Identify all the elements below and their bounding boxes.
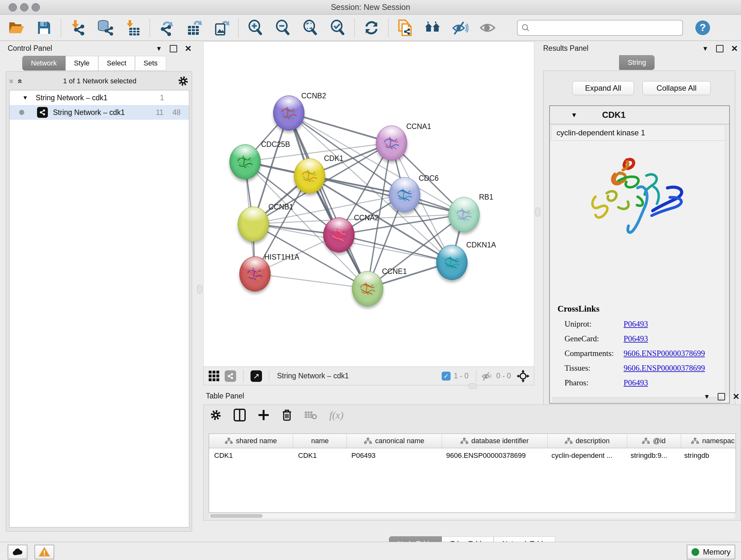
table-cell[interactable]: 9606.ENSP00000378699 — [441, 448, 546, 463]
float-panel-icon[interactable] — [716, 45, 724, 52]
import-table-file-icon[interactable] — [125, 19, 141, 36]
column-header-namespac[interactable]: namespac — [681, 434, 736, 448]
column-header-canonical-name[interactable]: canonical name — [347, 434, 442, 448]
network-node-ccne1[interactable] — [352, 271, 383, 306]
network-node-hist1h1a[interactable] — [239, 256, 271, 292]
tab-string[interactable]: String — [619, 55, 655, 70]
memory-button[interactable]: Memory — [687, 545, 735, 559]
network-node-cdc6[interactable] — [389, 177, 420, 212]
table-cell[interactable]: cyclin-dependent ... — [546, 448, 625, 463]
float-panel-icon[interactable] — [170, 45, 177, 52]
network-node-ccna2[interactable] — [323, 217, 354, 253]
right-splitter-handle[interactable] — [535, 207, 540, 216]
tab-network[interactable]: Network — [22, 56, 65, 71]
table-cell[interactable]: CDK1 — [209, 448, 293, 463]
table-hscrollbar-thumb[interactable] — [210, 514, 263, 518]
node-label-cdc25b: CDC25B — [261, 140, 290, 149]
warning-status-button[interactable] — [35, 545, 54, 559]
expand-all-button[interactable]: Expand All — [572, 81, 634, 95]
birds-eye-view-icon[interactable] — [209, 371, 219, 381]
help-icon[interactable]: ? — [694, 19, 711, 36]
results-vscrollbar[interactable] — [725, 125, 729, 396]
open-session-icon[interactable] — [8, 19, 25, 36]
network-options-gear-icon[interactable] — [178, 76, 189, 86]
first-neighbors-icon[interactable] — [424, 19, 441, 36]
zoom-out-icon[interactable] — [274, 19, 291, 36]
crosslink-label: Tissues: — [564, 364, 623, 373]
zoom-in-icon[interactable] — [247, 19, 264, 36]
table-cell[interactable]: stringdb:9... — [625, 448, 679, 463]
crosslink-link[interactable]: P06493 — [623, 334, 648, 343]
network-node-cdc25b[interactable] — [229, 144, 261, 179]
bottom-splitter-handle[interactable] — [468, 383, 477, 388]
zoom-selected-icon[interactable] — [329, 19, 346, 36]
save-session-icon[interactable] — [36, 19, 52, 36]
column-header--id[interactable]: @id — [627, 434, 681, 448]
fit-selected-crosshair-icon[interactable] — [517, 370, 529, 382]
tab-sets[interactable]: Sets — [135, 56, 166, 71]
network-node-ccna1[interactable] — [376, 125, 407, 161]
network-edges — [204, 42, 534, 367]
search-input[interactable] — [530, 23, 678, 32]
hide-selected-icon[interactable] — [452, 19, 468, 36]
add-column-icon[interactable] — [258, 409, 269, 421]
string-view-icon[interactable] — [225, 370, 236, 382]
import-network-file-icon[interactable] — [70, 19, 86, 36]
export-network-icon[interactable] — [158, 19, 175, 36]
results-panel-title: Results Panel — [543, 44, 589, 53]
close-panel-icon[interactable]: ✕ — [731, 46, 738, 52]
show-all-icon[interactable] — [479, 19, 496, 36]
network-node-ccnb1[interactable] — [238, 206, 269, 242]
network-collection-row[interactable]: ▼ String Network – cdk1 1 — [10, 90, 189, 105]
open-in-browser-icon[interactable]: ↗ — [251, 370, 262, 382]
show-columns-icon[interactable] — [233, 409, 246, 422]
network-node-rb1[interactable] — [448, 197, 480, 232]
close-panel-icon[interactable]: ✕ — [185, 46, 192, 52]
column-header-description[interactable]: description — [548, 434, 627, 448]
column-header-shared-name[interactable]: shared name — [209, 434, 293, 448]
collapse-all-button[interactable]: Collapse All — [643, 81, 711, 95]
cloud-status-button[interactable] — [8, 545, 27, 559]
left-splitter-handle[interactable] — [197, 285, 202, 294]
network-row[interactable]: String Network – cdk1 11 48 — [10, 105, 189, 120]
export-image-icon[interactable] — [213, 19, 230, 36]
selected-checkbox-icon[interactable]: ✓ — [442, 372, 451, 381]
table-cell[interactable]: CDK1 — [293, 448, 346, 463]
table-hscrollbar[interactable] — [209, 513, 735, 518]
gene-card-header[interactable]: ▼ CDK1 — [550, 106, 729, 124]
tab-style[interactable]: Style — [65, 56, 98, 71]
table-cell[interactable]: P06493 — [346, 448, 441, 463]
tab-select[interactable]: Select — [98, 56, 135, 71]
zoom-fit-icon[interactable] — [302, 19, 319, 36]
column-header-name[interactable]: name — [293, 434, 347, 448]
collection-expand-icon[interactable]: ▼ — [22, 95, 28, 101]
column-header-database-identifier[interactable]: database identifier — [442, 434, 548, 448]
export-table-icon[interactable] — [186, 19, 202, 36]
float-panel-icon[interactable] — [718, 393, 725, 400]
crosslink-link[interactable]: 9606.ENSP00000378699 — [623, 364, 705, 373]
table-options-gear-icon[interactable] — [210, 409, 221, 421]
network-canvas[interactable]: CCNB2CCNA1CDC25BCDK1CDC6RB1CCNB1CCNA2CDK… — [203, 42, 534, 367]
table-row[interactable]: CDK1CDK1P064939606.ENSP00000378699cyclin… — [209, 448, 736, 463]
gene-collapse-icon[interactable]: ▼ — [571, 111, 577, 119]
network-node-cdk1[interactable] — [294, 159, 325, 193]
network-edge[interactable] — [288, 113, 367, 288]
duplicate-network-icon[interactable] — [397, 19, 414, 36]
refresh-icon[interactable] — [363, 19, 380, 36]
crosslink-link[interactable]: 9606.ENSP00000378699 — [623, 349, 705, 358]
network-edge[interactable] — [255, 273, 367, 288]
network-node-ccnb2[interactable] — [273, 96, 305, 131]
delete-column-icon[interactable] — [281, 409, 292, 422]
table-cell[interactable]: stringdb — [679, 448, 736, 463]
panel-menu-icon[interactable]: ▼ — [702, 45, 709, 52]
panel-menu-icon[interactable]: ▼ — [156, 45, 162, 52]
crosslink-link[interactable]: P06493 — [623, 320, 648, 328]
search-box[interactable] — [517, 20, 683, 36]
close-panel-icon[interactable]: ✕ — [733, 394, 740, 400]
panel-menu-icon[interactable]: ▼ — [704, 393, 710, 400]
protein-structure-image — [585, 152, 690, 248]
network-node-cdkn1a[interactable] — [436, 245, 468, 280]
expand-all-networks-icon[interactable]: » — [14, 79, 24, 83]
import-network-database-icon[interactable] — [97, 19, 114, 36]
crosslink-link[interactable]: P06493 — [623, 378, 648, 387]
